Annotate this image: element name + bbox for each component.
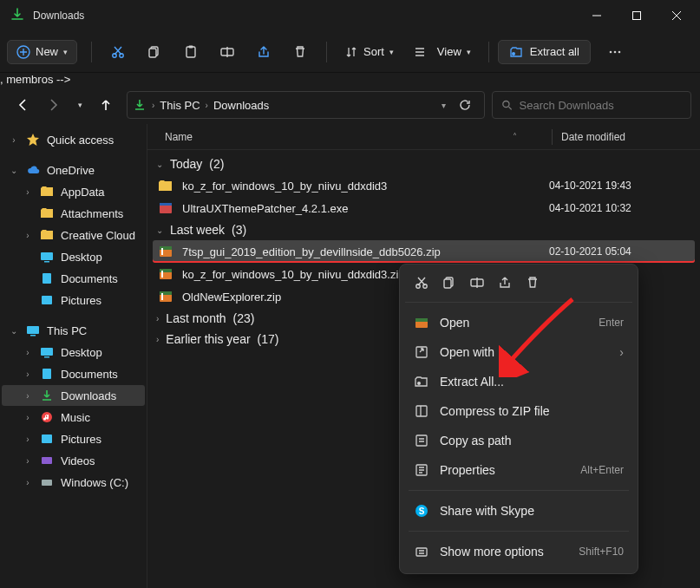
column-name[interactable]: Name˄ [147,131,552,143]
chevron-down-icon: ⌄ [9,166,19,175]
navbar: ▾ › This PC › Downloads ▾ [0,86,700,124]
group-lastweek[interactable]: ⌄ Last week (3) [153,219,695,240]
svg-rect-31 [161,248,163,255]
svg-rect-16 [43,273,51,284]
group-count: (23) [233,311,255,325]
copy-icon[interactable] [442,275,457,293]
group-today[interactable]: ⌄ Today (2) [153,154,695,174]
label: Show more options [440,545,544,559]
column-date[interactable]: Date modified [553,131,700,143]
minimize-button[interactable] [577,0,617,31]
sidebar-item-downloads[interactable]: ›Downloads [2,385,145,406]
cut-button[interactable] [101,36,135,68]
sidebar-item-onedrive[interactable]: ⌄ OneDrive [2,160,145,180]
file-row[interactable]: ko_z_for_windows_10_by_niivu_ddxdid3 04-… [153,174,695,197]
ctx-extract-all[interactable]: Extract All... [405,367,632,396]
sidebar-item-thispc[interactable]: ⌄ This PC [2,320,145,341]
copy-button[interactable] [137,36,172,68]
picture-icon [40,293,54,307]
label: Pictures [61,433,101,446]
close-button[interactable] [657,0,697,31]
recent-button[interactable]: ▾ [71,91,88,119]
new-button[interactable]: New ▾ [7,40,77,64]
context-top-actions [405,271,632,303]
ctx-more-options[interactable]: Show more options Shift+F10 [405,537,632,566]
rename-button[interactable] [210,36,245,68]
search-box[interactable] [492,91,691,119]
sidebar-item-desktop[interactable]: Desktop [2,246,145,267]
svg-rect-25 [42,457,52,464]
svg-rect-34 [161,271,163,278]
chevron-down-icon: ▾ [78,101,82,109]
ctx-open-with[interactable]: Open with › [405,337,632,367]
sidebar-item-documents[interactable]: Documents [2,268,145,289]
disk-icon [40,475,54,489]
sidebar-item-appdata[interactable]: ›AppData [2,181,145,202]
folder-icon [40,206,54,220]
star-icon [26,133,40,147]
file-date: 04-10-2021 19:43 [544,180,691,192]
sidebar-item-videos[interactable]: ›Videos [2,450,145,471]
folder-icon [40,185,54,199]
nav-arrows: ▾ [9,91,120,119]
chevron-down-icon: ⌄ [156,160,163,169]
file-row-selected[interactable]: 7tsp_gui_2019_edition_by_devillnside_ddb… [153,240,695,263]
zip-icon [414,403,429,419]
ctx-copy-path[interactable]: Copy as path [405,426,632,455]
crumb-thispc[interactable]: This PC [160,99,200,112]
skype-icon: S [414,503,429,519]
sidebar-item-windowsc[interactable]: ›Windows (C:) [2,472,145,493]
sidebar-item-desktop2[interactable]: ›Desktop [2,342,145,363]
more-button[interactable] [598,36,632,68]
svg-text:S: S [419,506,425,516]
sidebar-item-pictures2[interactable]: ›Pictures [2,428,145,449]
share-icon[interactable] [497,275,513,293]
file-date: 02-10-2021 05:04 [544,245,691,258]
separator [326,42,327,62]
file-date: 04-10-2021 10:32 [544,202,691,214]
sort-button[interactable]: Sort ▾ [336,42,402,62]
group-label: Last month [166,311,226,325]
sidebar-item-creative[interactable]: ›Creative Cloud [2,225,145,245]
label: Quick access [47,134,114,147]
crumb-downloads[interactable]: Downloads [213,99,269,112]
view-button[interactable]: View ▾ [404,42,480,62]
chevron-right-icon: › [619,345,624,359]
picture-icon [40,432,54,446]
label: Open with [440,345,494,359]
cloud-icon [26,163,40,177]
desktop-icon [40,345,54,359]
ctx-properties[interactable]: Properties Alt+Enter [405,455,632,485]
ctx-skype[interactable]: S Share with Skype [405,496,632,526]
paste-button[interactable] [173,36,208,68]
document-icon [40,271,54,285]
sidebar-item-attachments[interactable]: Attachments [2,203,145,224]
chevron-down-icon[interactable]: ▾ [442,101,446,110]
refresh-button[interactable] [451,98,479,112]
openwith-icon [414,344,429,360]
label: Documents [61,368,118,381]
sidebar-item-documents2[interactable]: ›Documents [2,363,145,384]
extract-icon [414,374,429,389]
ctx-open[interactable]: Open Enter [405,308,632,337]
svg-rect-0 [633,12,641,20]
up-button[interactable] [92,91,120,119]
sidebar-item-quick-access[interactable]: › Quick access [2,129,145,150]
svg-point-9 [512,52,515,56]
maximize-button[interactable] [617,0,657,31]
ctx-compress[interactable]: Compress to ZIP file [405,396,632,426]
delete-button[interactable] [283,36,317,68]
delete-icon[interactable] [525,275,540,293]
search-input[interactable] [520,99,682,112]
rename-icon[interactable] [469,275,485,293]
extract-all-button[interactable]: Extract all [498,40,591,64]
sidebar-item-music[interactable]: ›Music [2,407,145,428]
file-row[interactable]: UltraUXThemePatcher_4.2.1.exe 04-10-2021… [153,197,695,219]
titlebar: Downloads [0,0,700,31]
sidebar-item-pictures[interactable]: Pictures [2,290,145,310]
cut-icon[interactable] [414,275,429,293]
back-button[interactable] [9,91,36,119]
breadcrumb[interactable]: › This PC › Downloads ▾ [127,91,485,119]
share-button[interactable] [246,36,281,68]
forward-button[interactable] [40,91,68,119]
